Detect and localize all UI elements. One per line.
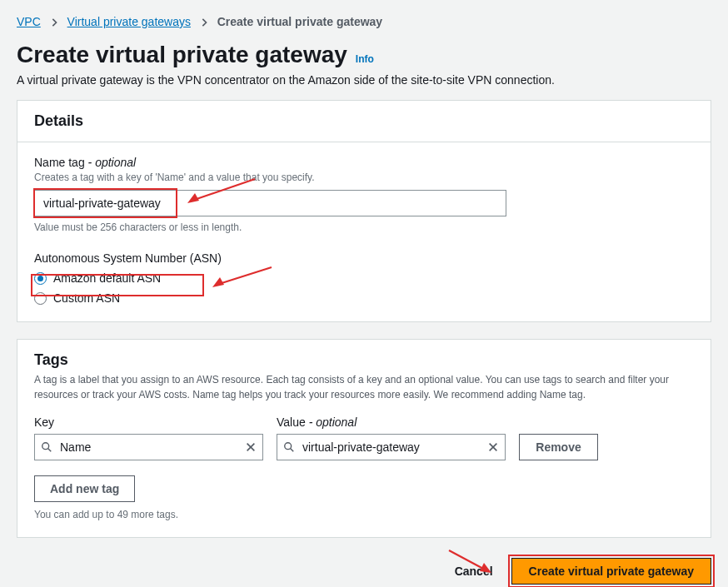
- info-link[interactable]: Info: [356, 53, 374, 65]
- page-description: A virtual private gateway is the VPN con…: [17, 73, 711, 87]
- asn-option-custom[interactable]: Custom ASN: [34, 291, 694, 305]
- radio-unchecked-icon: [34, 292, 47, 305]
- tags-description: A tag is a label that you assign to an A…: [34, 372, 694, 402]
- asn-option-default-label: Amazon default ASN: [53, 271, 161, 285]
- svg-point-8: [285, 443, 292, 450]
- breadcrumb: VPC Virtual private gateways Create virt…: [0, 0, 728, 37]
- name-tag-label: Name tag - optional: [34, 156, 694, 169]
- radio-checked-icon: [34, 272, 47, 285]
- breadcrumb-vpc[interactable]: VPC: [17, 15, 41, 28]
- svg-line-9: [291, 449, 294, 452]
- close-icon[interactable]: [487, 441, 499, 453]
- search-icon: [41, 441, 52, 453]
- tag-value-label: Value - optional: [277, 415, 506, 429]
- name-tag-hint: Creates a tag with a key of 'Name' and a…: [34, 172, 694, 183]
- asn-label: Autonomous System Number (ASN): [34, 251, 694, 265]
- details-panel: Details Name tag - optional Creates a ta…: [17, 100, 711, 322]
- tag-key-label: Key: [34, 415, 263, 429]
- details-panel-header: Details: [17, 101, 711, 142]
- name-tag-input[interactable]: [34, 190, 506, 216]
- footer: Cancel Create virtual private gateway: [0, 555, 728, 587]
- tags-panel-header: Tags: [34, 351, 694, 369]
- page-title: Create virtual private gateway: [17, 42, 347, 68]
- breadcrumb-current: Create virtual private gateway: [217, 15, 382, 28]
- search-icon: [283, 441, 295, 453]
- tag-value-input[interactable]: [277, 434, 506, 460]
- tag-key-input[interactable]: [34, 434, 263, 460]
- asn-option-custom-label: Custom ASN: [53, 291, 120, 305]
- chevron-right-icon: [201, 15, 211, 28]
- tag-row: Key Value - optional: [34, 415, 694, 460]
- svg-line-5: [48, 449, 52, 452]
- svg-point-4: [42, 443, 49, 450]
- add-tag-button[interactable]: Add new tag: [34, 475, 135, 502]
- cancel-button[interactable]: Cancel: [451, 558, 496, 585]
- close-icon[interactable]: [245, 441, 257, 453]
- name-tag-validation: Value must be 256 characters or less in …: [34, 221, 694, 233]
- chevron-right-icon: [51, 15, 61, 28]
- remove-tag-button[interactable]: Remove: [519, 434, 598, 460]
- tags-panel: Tags A tag is a label that you assign to…: [17, 339, 711, 538]
- create-button[interactable]: Create virtual private gateway: [511, 558, 711, 585]
- tags-limit-hint: You can add up to 49 more tags.: [34, 509, 694, 520]
- asn-option-default[interactable]: Amazon default ASN: [34, 271, 694, 285]
- page-header: Create virtual private gateway Info A vi…: [0, 37, 728, 100]
- breadcrumb-vpg[interactable]: Virtual private gateways: [67, 15, 191, 28]
